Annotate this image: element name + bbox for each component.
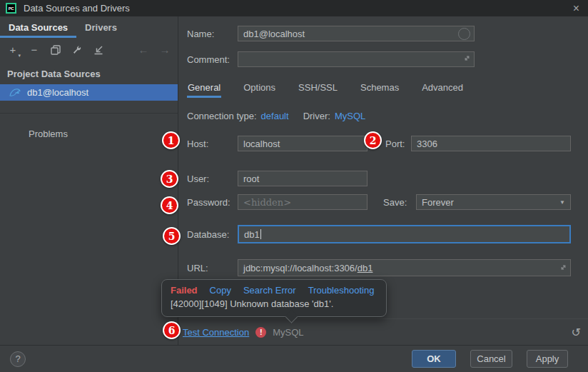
host-value: localhost bbox=[243, 139, 280, 149]
tab-schemas[interactable]: Schemas bbox=[360, 79, 400, 98]
expand-icon[interactable] bbox=[463, 54, 471, 64]
name-input[interactable]: db1@localhost bbox=[238, 26, 475, 41]
save-select[interactable]: Forever ▼ bbox=[416, 194, 571, 210]
add-icon[interactable]: +▾ bbox=[7, 44, 19, 56]
troubleshooting-link[interactable]: Troubleshooting bbox=[308, 285, 375, 296]
tab-advanced[interactable]: Advanced bbox=[421, 79, 464, 98]
user-input[interactable]: root bbox=[238, 171, 368, 186]
data-source-label: db1@localhost bbox=[27, 87, 88, 98]
chevron-down-icon: ▾ bbox=[18, 53, 21, 59]
annotation-circle-5: 5 bbox=[163, 227, 181, 245]
annotation-circle-2: 2 bbox=[364, 131, 382, 149]
tab-general[interactable]: General bbox=[187, 79, 221, 98]
tab-options[interactable]: Options bbox=[243, 79, 276, 98]
window-title: Data Sources and Drivers bbox=[24, 3, 130, 14]
plus-glyph: + bbox=[10, 44, 16, 56]
data-source-item-db1[interactable]: db1@localhost bbox=[0, 84, 178, 101]
database-value: db1 bbox=[244, 229, 260, 240]
port-value: 3306 bbox=[417, 139, 437, 149]
driver-link[interactable]: MySQL bbox=[335, 111, 365, 121]
help-button[interactable]: ? bbox=[10, 351, 26, 367]
test-driver-name: MySQL bbox=[273, 327, 303, 338]
user-value: root bbox=[243, 174, 259, 184]
annotation-circle-4: 4 bbox=[161, 196, 178, 214]
database-label: Database: bbox=[187, 229, 238, 240]
name-value: db1@localhost bbox=[243, 29, 305, 39]
sidebar-tab-strip: Data Sources Drivers bbox=[0, 16, 178, 38]
port-label: Port: bbox=[385, 139, 411, 149]
title-bar: PC Data Sources and Drivers × bbox=[0, 0, 588, 16]
host-input[interactable]: localhost bbox=[238, 136, 368, 151]
test-connection-link[interactable]: Test Connection bbox=[183, 327, 249, 338]
tab-ssh-ssl[interactable]: SSH/SSL bbox=[298, 79, 338, 98]
annotation-circle-1: 1 bbox=[162, 131, 180, 149]
close-icon[interactable]: × bbox=[573, 3, 579, 14]
driver-label: Driver: bbox=[303, 111, 330, 121]
driver-properties-icon[interactable] bbox=[71, 44, 83, 56]
expand-icon[interactable] bbox=[559, 263, 567, 273]
password-label: Password: bbox=[187, 197, 238, 208]
copy-link[interactable]: Copy bbox=[210, 285, 231, 296]
back-icon[interactable]: ← bbox=[138, 44, 149, 56]
pycharm-logo-icon: PC bbox=[6, 3, 16, 14]
comment-label: Comment: bbox=[187, 54, 238, 65]
database-input[interactable]: db1 bbox=[238, 225, 571, 243]
dialog-footer: ? OK Cancel Apply bbox=[0, 345, 588, 372]
url-prefix: jdbc:mysql://localhost:3306/ bbox=[243, 263, 358, 273]
save-label: Save: bbox=[383, 197, 416, 208]
section-header: Project Data Sources bbox=[0, 61, 178, 84]
url-label: URL: bbox=[187, 263, 238, 273]
dropdown-arrow-icon: ▼ bbox=[559, 199, 565, 206]
forward-icon[interactable]: → bbox=[159, 44, 171, 56]
search-error-link[interactable]: Search Error bbox=[243, 285, 296, 296]
progress-circle-icon bbox=[458, 28, 470, 40]
remove-icon[interactable]: − bbox=[29, 44, 40, 56]
user-label: User: bbox=[187, 174, 238, 184]
apply-button[interactable]: Apply bbox=[527, 350, 568, 368]
url-db-segment: db1 bbox=[358, 263, 373, 273]
duplicate-icon[interactable] bbox=[50, 44, 61, 56]
annotation-circle-3: 3 bbox=[161, 170, 178, 188]
sidebar-divider bbox=[0, 113, 178, 114]
error-icon[interactable]: ! bbox=[255, 327, 266, 338]
failed-status: Failed bbox=[171, 285, 198, 296]
connection-type-label: Connection type: bbox=[187, 111, 257, 121]
error-message: [42000][1049] Unknown database 'db1'. bbox=[171, 298, 377, 309]
cancel-button[interactable]: Cancel bbox=[470, 350, 512, 368]
problems-section[interactable]: Problems bbox=[0, 129, 178, 139]
port-input[interactable]: 3306 bbox=[411, 136, 571, 151]
save-value: Forever bbox=[422, 197, 454, 208]
sidebar-toolbar: +▾ − ← → bbox=[0, 38, 178, 61]
connection-type-link[interactable]: default bbox=[261, 111, 289, 121]
password-input[interactable]: <hidden> bbox=[238, 194, 368, 210]
form-tab-strip: General Options SSH/SSL Schemas Advanced bbox=[187, 79, 464, 98]
tab-drivers[interactable]: Drivers bbox=[76, 16, 126, 38]
text-caret bbox=[260, 229, 261, 239]
revert-icon[interactable]: ↺ bbox=[572, 326, 581, 339]
annotation-circle-6: 6 bbox=[163, 321, 181, 339]
sidebar: Data Sources Drivers +▾ − ← → Project Da… bbox=[0, 16, 178, 345]
password-hidden-value: <hidden> bbox=[243, 197, 291, 208]
ok-button[interactable]: OK bbox=[412, 350, 456, 368]
error-tooltip: Failed Copy Search Error Troubleshooting… bbox=[161, 279, 387, 317]
import-icon[interactable] bbox=[93, 44, 104, 56]
tab-data-sources[interactable]: Data Sources bbox=[0, 16, 76, 38]
mysql-dolphin-icon bbox=[9, 87, 21, 98]
data-sources-dialog: PC Data Sources and Drivers × Data Sourc… bbox=[0, 0, 588, 372]
host-label: Host: bbox=[187, 139, 238, 149]
url-input[interactable]: jdbc:mysql://localhost:3306/db1 bbox=[238, 259, 571, 276]
comment-input[interactable] bbox=[238, 51, 475, 67]
name-label: Name: bbox=[187, 29, 238, 39]
